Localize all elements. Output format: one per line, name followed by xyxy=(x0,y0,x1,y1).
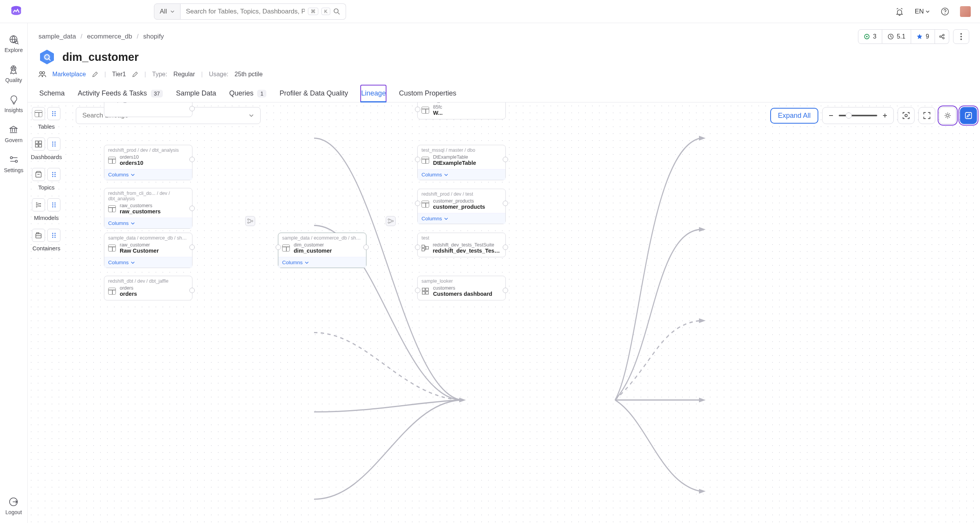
search-scope-select[interactable]: All xyxy=(154,3,181,20)
svg-point-82 xyxy=(248,222,249,223)
user-avatar[interactable] xyxy=(960,6,971,17)
svg-point-56 xyxy=(55,206,56,208)
sidebar-item-explore[interactable]: Explore xyxy=(5,35,23,53)
breadcrumb-item[interactable]: sample_data xyxy=(38,33,76,40)
svg-rect-78 xyxy=(426,288,428,291)
asset-type-tables[interactable] xyxy=(32,107,45,120)
lineage-node[interactable]: tableau_oracle 85fcW... xyxy=(417,102,506,119)
tab-sample-data[interactable]: Sample Data xyxy=(175,85,217,102)
edit-lineage-button[interactable] xyxy=(960,107,977,124)
zoom-in-icon[interactable] xyxy=(882,112,888,119)
svg-point-18 xyxy=(960,39,962,40)
zoom-control[interactable] xyxy=(822,107,894,124)
svg-point-11 xyxy=(866,36,868,37)
sidebar-item-settings[interactable]: Settings xyxy=(4,155,23,173)
tab-queries[interactable]: Queries1 xyxy=(228,85,267,102)
svg-point-13 xyxy=(940,36,941,37)
share-button[interactable] xyxy=(935,29,949,44)
chevron-down-icon xyxy=(249,113,254,118)
svg-point-3 xyxy=(945,13,945,14)
svg-point-40 xyxy=(52,172,54,173)
columns-toggle[interactable]: Columns xyxy=(104,257,192,268)
drag-handle[interactable] xyxy=(47,137,60,151)
asset-type-mlmodels[interactable] xyxy=(32,198,45,211)
breadcrumb-item[interactable]: ecommerce_db xyxy=(87,33,132,40)
help-icon[interactable] xyxy=(941,7,949,16)
lineage-node[interactable]: test_mssql / master / dbo DtExampleTable… xyxy=(417,145,506,180)
lineage-node[interactable]: redshift_prod / dev / test customer_prod… xyxy=(417,189,506,224)
kbd-k: K xyxy=(321,8,330,15)
stat-version[interactable]: 5.1 xyxy=(882,29,911,44)
pipeline-icon[interactable] xyxy=(386,216,396,226)
zoom-out-icon[interactable] xyxy=(828,112,834,119)
asset-type-dashboards[interactable] xyxy=(32,137,45,151)
columns-toggle[interactable]: Columns xyxy=(104,169,192,180)
pipeline-icon[interactable] xyxy=(245,216,255,226)
global-search-input[interactable] xyxy=(186,8,305,15)
lineage-node[interactable]: redshift_dbt / dev / dbt_jaffle ordersor… xyxy=(104,276,192,300)
lineage-node[interactable]: redshift_from_cli_do... / dev / dbt_anal… xyxy=(104,188,192,229)
columns-toggle[interactable]: Columns xyxy=(418,213,505,224)
lineage-node[interactable]: test redshift_dev_tests_TestSuiteredshif… xyxy=(417,233,506,257)
edit-icon[interactable] xyxy=(132,71,138,77)
tab-profiler[interactable]: Profiler & Data Quality xyxy=(279,85,349,102)
tab-schema[interactable]: Schema xyxy=(38,85,65,102)
columns-toggle[interactable]: Columns xyxy=(418,169,505,180)
svg-point-14 xyxy=(943,34,944,36)
zoom-slider-thumb[interactable] xyxy=(846,112,852,119)
language-select[interactable]: EN xyxy=(915,8,930,15)
tab-lineage[interactable]: Lineage xyxy=(360,85,386,102)
sidebar-item-logout[interactable]: Logout xyxy=(5,497,22,515)
table-icon xyxy=(421,201,429,208)
drag-handle[interactable] xyxy=(47,168,60,181)
lineage-node-center[interactable]: sample_data / ecommerce_db / shopify dim… xyxy=(278,233,366,268)
tab-activity[interactable]: Activity Feeds & Tasks37 xyxy=(77,85,164,102)
asset-type-topics[interactable] xyxy=(32,168,45,181)
chevron-down-icon xyxy=(925,9,930,14)
lineage-node[interactable]: redshift_prod / dev / dbt_analysis order… xyxy=(104,145,192,180)
svg-rect-77 xyxy=(422,288,425,291)
columns-toggle[interactable]: Columns xyxy=(104,218,192,228)
svg-point-23 xyxy=(52,111,54,112)
svg-rect-30 xyxy=(39,141,42,144)
edit-icon[interactable] xyxy=(92,71,98,77)
svg-rect-79 xyxy=(422,292,425,294)
svg-rect-76 xyxy=(426,246,428,249)
drag-handle[interactable] xyxy=(47,107,60,120)
search-icon[interactable] xyxy=(333,8,340,15)
fullscreen-button[interactable] xyxy=(918,107,935,124)
sidebar-item-govern[interactable]: Govern xyxy=(5,125,23,143)
owner-link[interactable]: Marketplace xyxy=(52,71,86,78)
svg-point-22 xyxy=(42,72,45,74)
asset-type-containers[interactable] xyxy=(32,229,45,242)
svg-point-15 xyxy=(943,37,944,39)
svg-point-60 xyxy=(55,233,56,234)
sidebar-item-insights[interactable]: Insights xyxy=(4,95,23,113)
svg-point-1 xyxy=(334,8,338,13)
drag-handle[interactable] xyxy=(47,198,60,211)
columns-toggle[interactable]: Columns xyxy=(278,257,366,268)
more-menu[interactable] xyxy=(953,29,969,44)
table-icon xyxy=(421,157,429,164)
svg-point-38 xyxy=(55,146,56,147)
entity-icon xyxy=(38,49,55,65)
drag-handle[interactable] xyxy=(47,229,60,242)
breadcrumb-item[interactable]: shopify xyxy=(143,33,164,40)
tab-custom-properties[interactable]: Custom Properties xyxy=(398,85,457,102)
svg-point-24 xyxy=(55,111,56,112)
svg-point-66 xyxy=(947,114,949,117)
lineage-node[interactable]: sample_data / ecommerce_db / shopify raw… xyxy=(104,233,192,268)
stat-followers[interactable]: 9 xyxy=(911,29,935,44)
stat-tasks[interactable]: 3 xyxy=(858,29,882,44)
svg-rect-58 xyxy=(37,233,39,234)
lineage-node[interactable]: sample_kafka xyxy=(104,102,192,117)
lineage-node[interactable]: sample_looker customersCustomers dashboa… xyxy=(417,276,506,300)
expand-all-button[interactable]: Expand All xyxy=(770,108,818,124)
app-logo[interactable] xyxy=(9,5,23,18)
svg-point-62 xyxy=(55,235,56,236)
focus-button[interactable] xyxy=(898,107,915,124)
svg-point-26 xyxy=(55,113,56,114)
sidebar-item-quality[interactable]: Quality xyxy=(5,65,22,83)
notifications-icon[interactable] xyxy=(895,7,904,16)
settings-button[interactable] xyxy=(939,107,956,124)
